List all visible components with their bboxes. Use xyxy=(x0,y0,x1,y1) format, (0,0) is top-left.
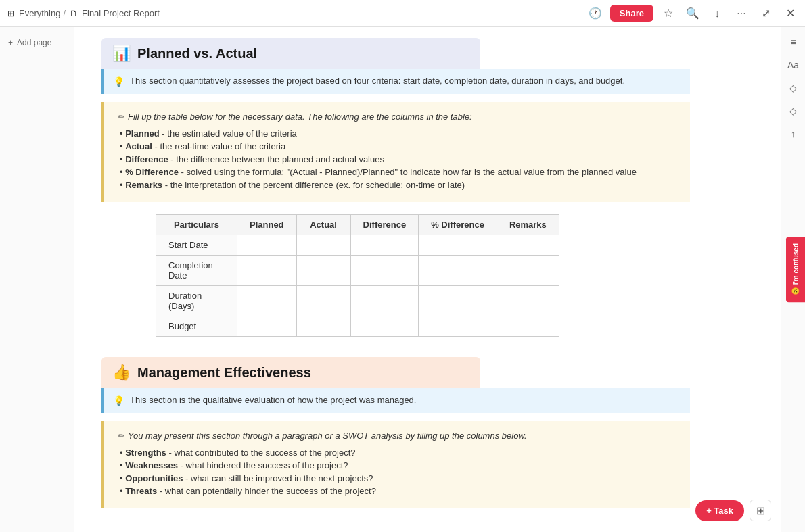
section-management: 👍 Management Effectiveness 💡 This sectio… xyxy=(101,357,754,508)
topbar-right: 🕐 Share ☆ 🔍 ↓ ··· ⤢ ✕ xyxy=(586,4,800,23)
table-row: Duration (Days) xyxy=(156,286,559,316)
section2-title: Management Effectiveness xyxy=(137,365,311,381)
col-header-pct-difference: % Difference xyxy=(419,215,497,235)
section1-info-box: 💡 This section quantitatively assesses t… xyxy=(101,69,690,94)
col-header-difference: Difference xyxy=(350,215,419,235)
confused-tab-label: I'm confused xyxy=(792,243,800,285)
row-duration-actual[interactable] xyxy=(296,286,350,316)
bulb-icon: 💡 xyxy=(113,76,124,87)
row-start-date-pct[interactable] xyxy=(419,235,497,256)
row-completion-label: Completion Date xyxy=(156,256,237,286)
row-duration-pct[interactable] xyxy=(419,286,497,316)
breadcrumb-doc-title[interactable]: Final Project Report xyxy=(82,8,160,18)
section2-header: 👍 Management Effectiveness xyxy=(101,357,480,388)
star-icon-btn[interactable]: ☆ xyxy=(659,4,678,23)
add-page-button[interactable]: + Add page xyxy=(0,34,74,51)
right-toolbar: ≡ Aa ◇ ◇ ↑ 😕 I'm confused xyxy=(781,27,805,532)
pencil-icon: ✏ xyxy=(117,112,124,122)
col-header-actual: Actual xyxy=(296,215,350,235)
breadcrumb-area: ⊞ Everything / 🗋 Final Project Report xyxy=(5,8,582,19)
download-icon-btn[interactable]: ↓ xyxy=(708,4,727,23)
section2-italic-text: You may present this section through a p… xyxy=(128,431,527,441)
task-button[interactable]: + Task xyxy=(695,500,744,521)
row-start-date-actual[interactable] xyxy=(296,235,350,256)
search-icon-btn[interactable]: 🔍 xyxy=(683,4,702,23)
col-header-particulars: Particulars xyxy=(156,215,237,235)
row-start-date-remarks[interactable] xyxy=(497,235,559,256)
section1-italic-text: Fill up the table below for the necessar… xyxy=(128,112,472,122)
row-budget-actual[interactable] xyxy=(296,316,350,337)
bullet-remarks: Remarks - the interpretation of the perc… xyxy=(117,180,676,190)
bullet-actual: Actual - the real-time value of the crit… xyxy=(117,141,676,151)
close-icon-btn[interactable]: ✕ xyxy=(781,4,800,23)
table-row: Budget xyxy=(156,316,559,337)
table-row: Completion Date xyxy=(156,256,559,286)
bullet-planned: Planned - the estimated value of the cri… xyxy=(117,128,676,139)
grid-icon-button[interactable]: ⊞ xyxy=(750,500,771,521)
confused-tab[interactable]: 😕 I'm confused xyxy=(786,237,805,302)
breadcrumb-home[interactable]: Everything xyxy=(19,8,60,18)
row-budget-remarks[interactable] xyxy=(497,316,559,337)
sidebar-left: + Add page xyxy=(0,27,74,532)
row-budget-planned[interactable] xyxy=(237,316,297,337)
bullet-weaknesses: Weaknesses - what hindered the success o… xyxy=(117,460,676,470)
row-duration-planned[interactable] xyxy=(237,286,297,316)
row-completion-remarks[interactable] xyxy=(497,256,559,286)
section2-icon: 👍 xyxy=(112,364,131,381)
planned-actual-table: Particulars Planned Actual Difference % … xyxy=(156,214,559,337)
row-completion-planned[interactable] xyxy=(237,256,297,286)
row-completion-pct[interactable] xyxy=(419,256,497,286)
bullet-strengths: Strengths - what contributed to the succ… xyxy=(117,448,676,458)
rt-diamond1-icon-btn[interactable]: ◇ xyxy=(784,78,803,97)
clock-icon-btn[interactable]: 🕐 xyxy=(586,4,605,23)
col-header-planned: Planned xyxy=(237,215,297,235)
section2-instruction-italic: ✏ You may present this section through a… xyxy=(117,431,676,441)
section-planned-actual: 📊 Planned vs. Actual 💡 This section quan… xyxy=(101,38,754,337)
table-row: Start Date xyxy=(156,235,559,256)
section1-header: 📊 Planned vs. Actual xyxy=(101,38,480,69)
section1-info-text: This section quantitatively assesses the… xyxy=(130,76,625,86)
row-budget-label: Budget xyxy=(156,316,237,337)
more-icon-btn[interactable]: ··· xyxy=(732,4,751,23)
breadcrumb-separator: / xyxy=(63,8,66,18)
section2-info-text: This section is the qualitative evaluati… xyxy=(130,395,416,405)
section1-instruction-box: ✏ Fill up the table below for the necess… xyxy=(101,102,690,202)
row-duration-label: Duration (Days) xyxy=(156,286,237,316)
doc-icon: 🗋 xyxy=(68,8,79,19)
row-budget-diff[interactable] xyxy=(350,316,419,337)
section2-bullet-list: Strengths - what contributed to the succ… xyxy=(117,448,676,496)
share-button[interactable]: Share xyxy=(610,5,653,22)
bottom-bar: + Task ⊞ xyxy=(695,500,771,521)
bullet-pct-difference: % Difference - solved using the formula:… xyxy=(117,167,676,177)
row-start-date-planned[interactable] xyxy=(237,235,297,256)
row-duration-diff[interactable] xyxy=(350,286,419,316)
row-budget-pct[interactable] xyxy=(419,316,497,337)
row-completion-actual[interactable] xyxy=(296,256,350,286)
section1-bullet-list: Planned - the estimated value of the cri… xyxy=(117,128,676,190)
bullet-opportunities: Opportunities - what can still be improv… xyxy=(117,473,676,483)
section1-instruction-italic: ✏ Fill up the table below for the necess… xyxy=(117,112,676,122)
resize-icon-btn[interactable]: ⤢ xyxy=(756,4,775,23)
add-icon: + xyxy=(8,38,13,47)
pencil-icon-2: ✏ xyxy=(117,431,124,441)
section2-info-box: 💡 This section is the qualitative evalua… xyxy=(101,388,690,413)
row-completion-diff[interactable] xyxy=(350,256,419,286)
row-start-date-diff[interactable] xyxy=(350,235,419,256)
bullet-threats: Threats - what can potentially hinder th… xyxy=(117,486,676,496)
rt-upload-icon-btn[interactable]: ↑ xyxy=(784,124,803,143)
rt-diamond2-icon-btn[interactable]: ◇ xyxy=(784,101,803,120)
section1-title: Planned vs. Actual xyxy=(137,46,257,62)
rt-font-icon-btn[interactable]: Aa xyxy=(784,55,803,74)
main-layout: + Add page 📊 Planned vs. Actual 💡 This s… xyxy=(0,27,805,532)
section2-instruction-box: ✏ You may present this section through a… xyxy=(101,421,690,508)
section1-icon: 📊 xyxy=(112,45,131,62)
bullet-difference: Difference - the difference between the … xyxy=(117,154,676,164)
rt-list-icon-btn[interactable]: ≡ xyxy=(784,32,803,51)
add-page-label: Add page xyxy=(17,38,51,47)
topbar: ⊞ Everything / 🗋 Final Project Report 🕐 … xyxy=(0,0,805,27)
section1-table-wrapper: Particulars Planned Actual Difference % … xyxy=(101,214,754,337)
bulb-icon-2: 💡 xyxy=(113,395,124,406)
col-header-remarks: Remarks xyxy=(497,215,559,235)
row-duration-remarks[interactable] xyxy=(497,286,559,316)
main-content: 📊 Planned vs. Actual 💡 This section quan… xyxy=(74,27,781,532)
